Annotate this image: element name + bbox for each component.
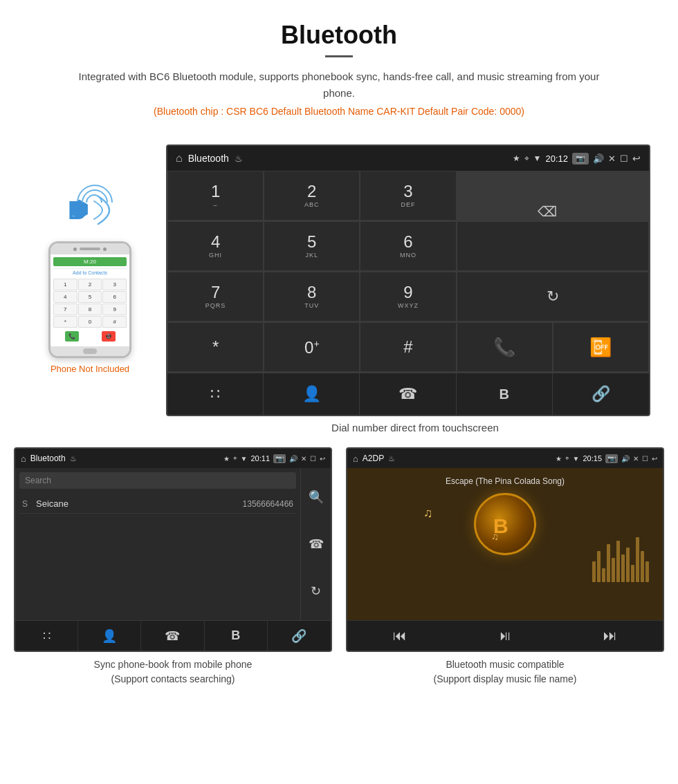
pb-search-icon[interactable]: 🔍 bbox=[309, 489, 324, 505]
pb-grid-icon: ∷ bbox=[43, 628, 51, 644]
dial-refresh[interactable]: ↻ bbox=[457, 272, 649, 321]
mp-home-icon[interactable]: ⌂ bbox=[353, 454, 358, 464]
dial-key-7[interactable]: 7 PQRS bbox=[167, 272, 264, 321]
camera-icon[interactable]: 📷 bbox=[572, 153, 589, 165]
pb-cam-icon[interactable]: 📷 bbox=[273, 454, 286, 463]
pb-sidebar: 🔍 ☎ ↻ bbox=[300, 468, 331, 620]
mp-min-icon[interactable]: ☐ bbox=[642, 455, 648, 463]
dial-end-button[interactable]: 📴 bbox=[553, 322, 649, 372]
key-6-sub: MNO bbox=[400, 252, 416, 259]
dial-row-1: 1 ⌣ 2 ABC 3 DEF ⌫ bbox=[167, 171, 649, 221]
eq-bar-9 bbox=[631, 565, 634, 582]
minimize-icon[interactable]: ☐ bbox=[620, 153, 628, 164]
mp-next-button[interactable]: ⏭ bbox=[595, 628, 625, 644]
dial-key-0[interactable]: 0+ bbox=[264, 322, 360, 372]
pb-back-icon[interactable]: ↩ bbox=[320, 455, 325, 463]
pb-search-bar[interactable]: Search bbox=[19, 472, 296, 489]
dial-key-8[interactable]: 8 TUV bbox=[264, 272, 360, 321]
back-icon[interactable]: ↩ bbox=[632, 153, 641, 164]
mp-play-pause-button[interactable]: ⏯ bbox=[490, 628, 520, 644]
pb-min-icon[interactable]: ☐ bbox=[310, 455, 316, 463]
phone-icon: ☎ bbox=[398, 385, 417, 403]
pb-vol-icon[interactable]: 🔊 bbox=[289, 455, 297, 463]
phone-column: ⬢ B M:20 Add to Contacts bbox=[14, 144, 166, 433]
dial-key-3[interactable]: 3 DEF bbox=[360, 171, 456, 221]
mp-prev-button[interactable]: ⏮ bbox=[385, 628, 415, 644]
eq-bar-11 bbox=[641, 551, 644, 582]
dial-bottom-link[interactable]: 🔗 bbox=[553, 373, 649, 415]
dial-bottom-bluetooth[interactable]: B bbox=[457, 373, 553, 415]
phone-home-button[interactable] bbox=[83, 348, 97, 354]
pb-btn-link[interactable]: 🔗 bbox=[268, 621, 331, 651]
pb-topbar-left: ⌂ Bluetooth ♨ bbox=[21, 454, 77, 464]
dial-key-4[interactable]: 4 GHI bbox=[167, 221, 264, 271]
mp-close-icon[interactable]: ✕ bbox=[633, 455, 639, 463]
dial-key-1[interactable]: 1 ⌣ bbox=[167, 171, 264, 221]
pb-btn-phone[interactable]: ☎ bbox=[141, 621, 204, 651]
pb-contact-row[interactable]: S Seicane 13566664466 bbox=[19, 494, 296, 514]
key-8-sub: TUV bbox=[304, 302, 319, 309]
phone-not-included-label: Phone Not Included bbox=[51, 364, 129, 374]
music-screenshot-block: ⌂ A2DP ♨ ★ ⌖ ▼ 20:15 📷 🔊 ✕ ☐ ↩ E bbox=[346, 447, 664, 687]
pb-close-icon[interactable]: ✕ bbox=[301, 455, 306, 463]
close-icon[interactable]: ✕ bbox=[608, 153, 616, 164]
mp-back-icon[interactable]: ↩ bbox=[652, 455, 657, 463]
title-underline bbox=[325, 55, 353, 57]
eq-bar-12 bbox=[645, 561, 649, 582]
pb-refresh-icon[interactable]: ↻ bbox=[311, 584, 321, 599]
dial-time: 20:12 bbox=[545, 153, 568, 164]
phone-key-3: 3 bbox=[102, 279, 127, 290]
phone-screen-header: M:20 bbox=[53, 257, 127, 266]
key-9-sub: WXYZ bbox=[398, 302, 419, 309]
key-1-main: 1 bbox=[211, 183, 220, 200]
key-0-main: 0+ bbox=[304, 339, 320, 356]
pb-content: Search S Seicane 13566664466 🔍 ☎ ↻ bbox=[15, 468, 331, 620]
key-9-main: 9 bbox=[403, 284, 412, 301]
pb-contact-number: 13566664466 bbox=[243, 499, 293, 509]
dial-row-4: * 0+ # 📞 📴 bbox=[167, 322, 649, 373]
eq-bar-5 bbox=[612, 558, 615, 582]
mp-topbar-right: ★ ⌖ ▼ 20:15 📷 🔊 ✕ ☐ ↩ bbox=[556, 454, 657, 463]
dial-screen: ⌂ Bluetooth ♨ ★ ⌖ ▼ 20:12 📷 🔊 ✕ ☐ ↩ bbox=[166, 144, 650, 416]
dial-key-6[interactable]: 6 MNO bbox=[360, 221, 456, 271]
pb-home-icon[interactable]: ⌂ bbox=[21, 454, 26, 464]
dial-call-button[interactable]: 📞 bbox=[457, 322, 553, 372]
dial-row-2: 4 GHI 5 JKL 6 MNO bbox=[167, 221, 649, 272]
phone-speaker bbox=[80, 248, 100, 250]
pb-usb-icon: ♨ bbox=[70, 454, 77, 463]
dial-row-3: 7 PQRS 8 TUV 9 WXYZ ↻ bbox=[167, 272, 649, 322]
dial-key-star[interactable]: * bbox=[167, 322, 264, 372]
dial-backspace[interactable]: ⌫ bbox=[457, 171, 649, 221]
pb-btn-bluetooth[interactable]: B bbox=[205, 621, 268, 651]
pb-phone-icon: ☎ bbox=[165, 628, 180, 644]
mp-vol-icon[interactable]: 🔊 bbox=[621, 455, 630, 463]
dial-bottom-contacts[interactable]: 👤 bbox=[264, 373, 360, 415]
pb-btn-contacts[interactable]: 👤 bbox=[78, 621, 141, 651]
dial-key-9[interactable]: 9 WXYZ bbox=[360, 272, 456, 321]
pb-contact-letter: S bbox=[22, 499, 36, 509]
key-7-sub: PQRS bbox=[205, 302, 226, 309]
pb-phone-side-icon[interactable]: ☎ bbox=[309, 536, 324, 552]
mp-caption: Bluetooth music compatible (Support disp… bbox=[346, 657, 664, 687]
eq-bar-1 bbox=[592, 561, 596, 582]
pb-person-icon: 👤 bbox=[102, 628, 117, 644]
dial-key-5[interactable]: 5 JKL bbox=[264, 221, 360, 271]
dial-key-2[interactable]: 2 ABC bbox=[264, 171, 360, 221]
dial-bottom-grid[interactable]: ∷ bbox=[167, 373, 264, 415]
pb-btn-grid[interactable]: ∷ bbox=[15, 621, 78, 651]
home-icon[interactable]: ⌂ bbox=[176, 152, 183, 165]
phone-call-btn[interactable]: 📞 bbox=[65, 331, 79, 342]
dial-key-hash[interactable]: # bbox=[360, 322, 456, 372]
volume-icon[interactable]: 🔊 bbox=[593, 153, 604, 164]
bluetooth-bottom-icon: B bbox=[499, 386, 508, 402]
phone-end-btn[interactable]: 📵 bbox=[102, 331, 116, 342]
phone-key-hash: # bbox=[102, 316, 127, 328]
mp-cam-icon[interactable]: 📷 bbox=[605, 454, 618, 463]
key-8-main: 8 bbox=[307, 284, 316, 301]
pb-caption-line1: Sync phone-book from mobile phone bbox=[94, 659, 253, 670]
key-1-sub: ⌣ bbox=[213, 201, 218, 209]
phone-key-1: 1 bbox=[53, 279, 77, 290]
key-2-sub: ABC bbox=[304, 201, 320, 208]
key-6-main: 6 bbox=[403, 234, 412, 250]
dial-bottom-phone[interactable]: ☎ bbox=[360, 373, 456, 415]
